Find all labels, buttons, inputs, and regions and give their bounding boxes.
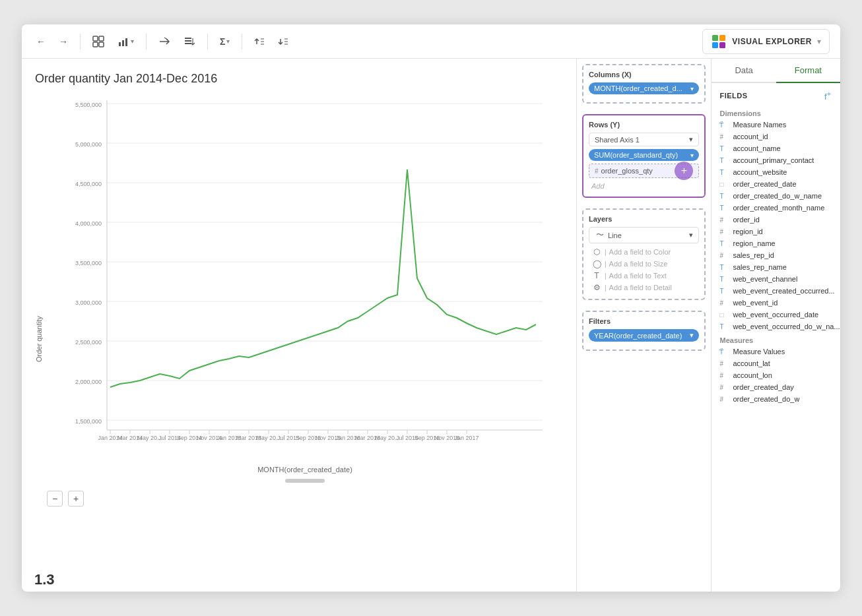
add-detail-row[interactable]: ⚙ | Add a field to Detail	[589, 282, 699, 293]
svg-text:2,000,000: 2,000,000	[75, 379, 102, 385]
chart-wrapper: Order quantity 5,500,000 5,000,000 4,500…	[35, 94, 563, 585]
field-item-region-id[interactable]: # region_id	[717, 226, 835, 237]
field-name-3: account_primary_contact	[733, 156, 814, 164]
color-icon: ⬡	[591, 247, 602, 257]
field-item-web-event-occurred-date[interactable]: □ web_event_occurred_date	[717, 309, 835, 321]
field-name-11: sales_rep_id	[733, 251, 774, 259]
layer-type-label: Line	[608, 231, 622, 239]
field-type-icon-1: #	[719, 133, 729, 140]
forward-button[interactable]: →	[55, 34, 72, 49]
columns-field-pill[interactable]: MONTH(order_created_d... ▾	[589, 82, 699, 94]
filters-header: Filters	[589, 317, 699, 325]
filter-field-text: YEAR(order_created_date)	[594, 332, 682, 340]
field-item-order-created-date[interactable]: □ order_created_date	[717, 178, 835, 190]
svg-rect-8	[185, 40, 191, 42]
sort-button[interactable]	[180, 33, 199, 50]
filter-pill[interactable]: YEAR(order_created_date) ▾	[589, 329, 699, 342]
svg-text:1,500,000: 1,500,000	[75, 418, 102, 425]
tab-format[interactable]: Format	[776, 59, 840, 83]
fields-label: FIELDS	[719, 92, 747, 100]
sort-desc-icon	[278, 36, 288, 47]
field-type-icon-2: T	[719, 145, 729, 152]
sum-field-pill[interactable]: SUM(order_standard_qty) ▾	[589, 149, 699, 161]
main-window: ← → ▾	[22, 24, 840, 592]
layer-type-row[interactable]: 〜 Line ▾	[589, 227, 699, 243]
sum-field-arrow[interactable]: ▾	[690, 152, 694, 159]
add-color-row[interactable]: ⬡ | Add a field to Color	[589, 246, 699, 258]
field-item-web-event-channel[interactable]: T web_event_channel	[717, 273, 835, 285]
field-type-icon-12: T	[719, 264, 729, 271]
field-type-icon-0: T̈	[719, 121, 729, 129]
fields-panel: Data Format FIELDS f+ Dimensions T̈ Meas…	[712, 59, 840, 592]
field-type-icon-m2: #	[719, 372, 729, 379]
field-item-account-name[interactable]: T account_name	[717, 142, 835, 154]
field-type-icon-m4: #	[719, 396, 729, 403]
field-type-icon-9: #	[719, 228, 729, 235]
field-item-account-lat[interactable]: # account_lat	[717, 357, 835, 369]
add-text-row[interactable]: T | Add a field to Text	[589, 270, 699, 282]
back-button[interactable]: ←	[32, 34, 50, 49]
field-item-web-event-id[interactable]: # web_event_id	[717, 297, 835, 309]
chart-inner: 5,500,000 5,000,000 4,500,000 4,000,000 …	[47, 94, 563, 585]
field-item-region-name[interactable]: T region_name	[717, 237, 835, 249]
zoom-out-button[interactable]: −	[47, 491, 63, 507]
columns-field-arrow[interactable]: ▾	[690, 85, 694, 92]
visual-explorer-label: VISUAL EXPLORER	[732, 37, 812, 46]
add-formula-button[interactable]: f+	[823, 88, 832, 103]
field-name-12: sales_rep_name	[733, 263, 786, 271]
field-item-order-created-month-name[interactable]: T order_created_month_name	[717, 202, 835, 214]
svg-text:4,500,000: 4,500,000	[75, 181, 102, 187]
field-type-icon-10: T	[719, 240, 729, 247]
field-name-15: web_event_id	[733, 299, 778, 307]
field-name-m1: account_lat	[733, 359, 770, 367]
shared-axis-arrow: ▾	[689, 135, 693, 144]
filters-section: Filters YEAR(order_created_date) ▾	[582, 311, 706, 351]
field-item-account-primary-contact[interactable]: T account_primary_contact	[717, 154, 835, 166]
field-item-web-event-occurred-do[interactable]: T web_event_occurred_do_w_na...	[717, 321, 835, 332]
svg-text:4,000,000: 4,000,000	[75, 220, 102, 227]
chart-type-button[interactable]: ▾	[114, 33, 138, 50]
new-chart-button[interactable]	[88, 33, 108, 50]
zoom-in-button[interactable]: +	[68, 491, 84, 507]
field-item-sales-rep-name[interactable]: T sales_rep_name	[717, 261, 835, 273]
svg-text:3,500,000: 3,500,000	[75, 260, 102, 266]
sum-button[interactable]: Σ ▾	[216, 34, 234, 49]
add-color-label: Add a field to Color	[609, 248, 671, 256]
shared-axis-label: Shared Axis 1	[595, 136, 640, 144]
sort-desc-button[interactable]	[274, 34, 292, 49]
chart-scrollbar[interactable]	[285, 479, 325, 483]
field-item-measure-values[interactable]: T̈ Measure Values	[717, 346, 835, 357]
field-type-icon-3: T	[719, 157, 729, 164]
tab-data[interactable]: Data	[712, 59, 776, 82]
sort-asc-button[interactable]	[250, 34, 269, 49]
field-name-0: Measure Names	[733, 121, 786, 129]
field-item-sales-rep-id[interactable]: # sales_rep_id	[717, 249, 835, 261]
text-icon: T	[591, 271, 602, 280]
field-type-icon-m3: #	[719, 384, 729, 391]
field-item-account-website[interactable]: T account_website	[717, 166, 835, 178]
dragged-field-label: order_gloss_qty	[601, 167, 653, 175]
field-item-account-id[interactable]: # account_id	[717, 131, 835, 142]
chart-title: Order quantity Jan 2014-Dec 2016	[35, 72, 563, 86]
add-formula-icon: f+	[824, 92, 831, 102]
field-item-order-created-day[interactable]: # order_created_day	[717, 381, 835, 393]
add-size-row[interactable]: ◯ | Add a field to Size	[589, 258, 699, 270]
field-name-m3: order_created_day	[733, 383, 793, 391]
toolbar-divider-4	[242, 34, 242, 49]
add-field-rows[interactable]: Add	[589, 181, 699, 191]
field-type-icon-17: T	[719, 323, 729, 330]
field-item-order-created-do-w[interactable]: # order_created_do_w	[717, 393, 835, 405]
visual-explorer-badge[interactable]: VISUAL EXPLORER ▾	[702, 29, 830, 54]
field-item-measure-names[interactable]: T̈ Measure Names	[717, 119, 835, 131]
field-item-order-created-do-w-name[interactable]: T order_created_do_w_name	[717, 190, 835, 202]
field-name-2: account_name	[733, 144, 780, 152]
field-name-10: region_name	[733, 239, 775, 247]
line-icon: 〜	[595, 230, 605, 241]
transform-button[interactable]	[154, 33, 174, 50]
shared-axis-row[interactable]: Shared Axis 1 ▾	[589, 133, 699, 146]
field-type-icon-7: T	[719, 204, 729, 212]
field-name-6: order_created_do_w_name	[733, 192, 822, 200]
field-item-account-lon[interactable]: # account_lon	[717, 369, 835, 381]
field-item-web-event-created[interactable]: T web_event_created_occurred...	[717, 285, 835, 297]
field-item-order-id[interactable]: # order_id	[717, 214, 835, 226]
